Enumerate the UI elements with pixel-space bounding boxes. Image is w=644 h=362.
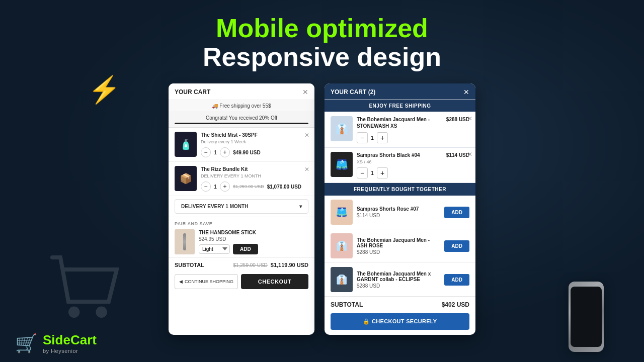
right-item2-variant: XS / 46 — [357, 159, 442, 164]
right-cart-title: YOUR CART (2) — [331, 88, 375, 96]
item2-decrease-button[interactable]: − — [201, 182, 211, 192]
fbt-item1-image: 🩳 — [331, 200, 353, 225]
item1-details: The Shield Mist - 30SPF Delivery every 1… — [201, 132, 308, 157]
fbt-item2-add-button[interactable]: ADD — [444, 240, 469, 252]
promo-progress-fill — [175, 123, 308, 124]
fbt-item1-details: Sampras Shorts Rose #07 $114 USD — [357, 206, 440, 218]
left-cart-title: YOUR CART — [175, 88, 210, 96]
checkout-button[interactable]: CHECKOUT — [241, 274, 308, 289]
pair-item: THE HANDSOME STICK $24.95 USD Light Dark… — [175, 229, 308, 254]
main-content: YOUR CART ✕ 🚚 Free shipping over 55$ Con… — [0, 75, 644, 335]
pair-item-controls: Light Dark Medium ADD — [199, 244, 308, 254]
fbt-item3-image: 👔 — [331, 267, 353, 292]
left-cart-header: YOUR CART ✕ — [169, 83, 314, 100]
right-cart-subtotal-row: SUBTOTAL $402 USD — [325, 297, 475, 311]
right-item1-details: The Bohemian Jacquard Men - STONEWASH XS… — [357, 116, 442, 143]
header-line1: Mobile optimized — [0, 14, 644, 43]
right-item2-image — [331, 152, 353, 177]
brand-by: by Heysenior — [43, 348, 97, 354]
fbt-item3-name: The Bohemian Jacquard Men x GARDNT colla… — [357, 271, 440, 282]
back-chevron-icon: ◀ — [179, 279, 183, 284]
item2-details: The Rizz Bundle Kit DELIVERY EVERY 1 MON… — [201, 166, 308, 192]
right-item2-name: Sampras Shorts Black #04 — [357, 152, 442, 158]
right-item2-qty: 1 — [371, 170, 374, 176]
fbt-item2-image: 👔 — [331, 233, 353, 258]
left-cart-footer: ◀ CONTINUE SHOPPING CHECKOUT — [169, 271, 314, 294]
item2-old-price: $1,259.00 USD — [233, 184, 264, 189]
right-cart-free-shipping: ENJOY FREE SHIPPING — [325, 100, 475, 112]
left-cart-items: The Shield Mist - 30SPF Delivery every 1… — [169, 128, 314, 196]
fbt-section: FREQUENTLY BOUGHT TOGETHER 🩳 Sampras Sho… — [325, 183, 475, 297]
item1-sub: Delivery every 1 Week — [201, 139, 308, 144]
item1-decrease-button[interactable]: − — [201, 147, 211, 157]
left-cart-item-2: The Rizz Bundle Kit DELIVERY EVERY 1 MON… — [169, 162, 314, 196]
right-cart-header: YOUR CART (2) ✕ — [325, 83, 475, 100]
right-item1-remove-button[interactable]: ✕ — [467, 115, 472, 122]
fbt-item2-name: The Bohemian Jacquard Men - ASH ROSE — [357, 237, 440, 248]
brand-text: SideCart by Heysenior — [43, 332, 97, 354]
continue-shopping-label: CONTINUE SHOPPING — [185, 279, 233, 284]
item2-controls: − 1 + $1,259.00 USD $1,070.00 USD — [201, 182, 308, 192]
item1-name: The Shield Mist - 30SPF — [201, 132, 308, 138]
item2-qty: 1 — [214, 184, 217, 190]
right-item1-price-area: $288 USD — [446, 116, 469, 122]
fbt-item1-name: Sampras Shorts Rose #07 — [357, 206, 440, 212]
brand-cart-icon: 🛒 — [15, 333, 38, 354]
left-cart-subtotal-prices: $1,259.00 USD $1,119.90 USD — [233, 262, 308, 268]
fbt-header: FREQUENTLY BOUGHT TOGETHER — [325, 183, 475, 196]
item2-name: The Rizz Bundle Kit — [201, 166, 308, 172]
item1-image — [175, 132, 197, 157]
right-item2-decrease-button[interactable]: − — [357, 167, 368, 178]
pair-item-select[interactable]: Light Dark Medium — [199, 244, 230, 254]
pair-item-name: THE HANDSOME STICK — [199, 230, 308, 235]
left-cart-subtotal-new: $1,119.90 USD — [271, 262, 308, 268]
left-cart-item-1: The Shield Mist - 30SPF Delivery every 1… — [169, 128, 314, 162]
right-cart-item-1: The Bohemian Jacquard Men - STONEWASH XS… — [325, 112, 475, 148]
pair-save-title: PAIR AND SAVE — [175, 221, 308, 226]
checkout-securely-button[interactable]: 🔒 CHECKOUT SECURELY — [331, 313, 469, 330]
right-item1-price: $288 USD — [446, 117, 469, 122]
left-cart-subtotal-label: SUBTOTAL — [175, 262, 204, 268]
fbt-item1-add-button[interactable]: ADD — [444, 207, 469, 218]
right-cart-items: The Bohemian Jacquard Men - STONEWASH XS… — [325, 112, 475, 183]
left-cart-subtotal-old: $1,259.00 USD — [233, 262, 267, 268]
item1-price: $49.90 USD — [233, 150, 260, 155]
item1-increase-button[interactable]: + — [220, 147, 230, 157]
left-cart-subtotal-row: SUBTOTAL $1,259.00 USD $1,119.90 USD — [169, 257, 314, 271]
delivery-chevron-icon: ▾ — [299, 204, 302, 209]
right-item2-remove-button[interactable]: ✕ — [467, 151, 472, 158]
branding: 🛒 SideCart by Heysenior — [15, 332, 97, 354]
header-line2: Responsive design — [0, 43, 644, 71]
pair-item-add-button[interactable]: ADD — [233, 244, 258, 254]
pair-save-section: PAIR AND SAVE THE HANDSOME STICK $24.95 … — [169, 217, 314, 257]
left-cart-promo: Congrats! You received 20% Off — [169, 112, 314, 128]
item1-remove-button[interactable]: ✕ — [304, 132, 309, 139]
fbt-item3-details: The Bohemian Jacquard Men x GARDNT colla… — [357, 271, 440, 289]
delivery-label: DELIVERY EVERY 1 MONTH — [181, 204, 248, 209]
right-item2-increase-button[interactable]: + — [377, 167, 388, 178]
right-item1-decrease-button[interactable]: − — [357, 132, 368, 143]
right-cart-subtotal-value: $402 USD — [442, 301, 469, 308]
right-cart-close-button[interactable]: ✕ — [463, 88, 469, 96]
continue-shopping-button[interactable]: ◀ CONTINUE SHOPPING — [175, 274, 238, 289]
fbt-item-1: 🩳 Sampras Shorts Rose #07 $114 USD ADD — [325, 196, 475, 229]
right-item1-increase-button[interactable]: + — [377, 132, 388, 143]
fbt-item3-add-button[interactable]: ADD — [444, 274, 469, 286]
fbt-item2-details: The Bohemian Jacquard Men - ASH ROSE $28… — [357, 237, 440, 255]
pair-item-details: THE HANDSOME STICK $24.95 USD Light Dark… — [199, 230, 308, 254]
item2-remove-button[interactable]: ✕ — [304, 166, 309, 173]
right-cart-panel: YOUR CART (2) ✕ ENJOY FREE SHIPPING The … — [325, 83, 475, 335]
pair-item-image — [175, 229, 195, 254]
delivery-selector[interactable]: DELIVERY EVERY 1 MONTH ▾ — [175, 199, 308, 214]
left-cart-close-button[interactable]: ✕ — [302, 88, 308, 96]
pair-item-price: $24.95 USD — [199, 236, 308, 242]
item2-increase-button[interactable]: + — [220, 182, 230, 192]
left-cart-panel: YOUR CART ✕ 🚚 Free shipping over 55$ Con… — [169, 83, 314, 335]
fbt-item-3: 👔 The Bohemian Jacquard Men x GARDNT col… — [325, 263, 475, 297]
item2-price: $1,070.00 USD — [267, 184, 301, 190]
right-item1-controls: − 1 + — [357, 132, 442, 143]
fbt-item-2: 👔 The Bohemian Jacquard Men - ASH ROSE $… — [325, 229, 475, 263]
item2-sub: DELIVERY EVERY 1 MONTH — [201, 173, 308, 178]
item2-image — [175, 166, 197, 191]
right-cart-subtotal-label: SUBTOTAL — [331, 301, 363, 308]
